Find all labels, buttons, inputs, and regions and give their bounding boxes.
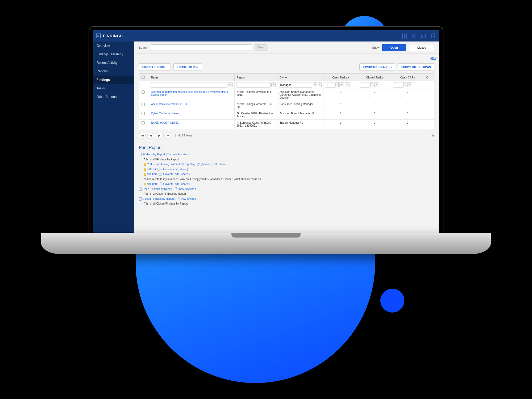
page-first[interactable]: ⏮ bbox=[139, 132, 146, 139]
child-actions[interactable]: ( favorite, edit , share ) bbox=[161, 168, 188, 171]
sidebar-item-reports[interactable]: Reports bbox=[93, 67, 134, 76]
child-report-link[interactable]: FDICIA bbox=[147, 168, 156, 171]
sidebar-item-recent[interactable]: Recent Activity bbox=[93, 59, 134, 67]
export-excel-button[interactable]: EXPORT TO EXCEL bbox=[139, 63, 171, 71]
opencaps-stepper[interactable]: ▴▾ bbox=[403, 82, 406, 87]
filter-opentasks-op[interactable]: ≡ bbox=[339, 82, 344, 87]
page-range: 1 - 4 of 4 items bbox=[174, 134, 192, 137]
cell-owner: Assistant Branch Manager #1 bbox=[277, 110, 323, 120]
laptop-notch bbox=[231, 233, 301, 238]
external-icon[interactable] bbox=[157, 168, 160, 171]
external-icon[interactable] bbox=[159, 173, 161, 176]
table-row: A formal authorization process does not … bbox=[139, 89, 434, 101]
doc-icon bbox=[139, 153, 142, 156]
note-icon bbox=[144, 168, 146, 171]
row-checkbox[interactable] bbox=[142, 103, 145, 106]
filter-closedtasks[interactable] bbox=[360, 82, 371, 88]
cell-closed: 0 bbox=[358, 89, 391, 101]
columns-button[interactable]: SHOW/HIDE COLUMNS bbox=[398, 63, 434, 71]
child-report-link[interactable]: 2nd Report testing custom field reportin… bbox=[147, 163, 195, 166]
finding-link[interactable]: NAME YOUR FINDING bbox=[151, 121, 179, 124]
filter-report[interactable] bbox=[236, 82, 271, 88]
finding-link[interactable]: A formal authorization process does not … bbox=[151, 90, 228, 96]
sidebar-item-tasks[interactable]: Tasks bbox=[93, 84, 134, 93]
chart-icon[interactable] bbox=[421, 33, 426, 39]
sidebar-item-overview[interactable]: Overview bbox=[93, 41, 134, 50]
report-actions[interactable]: ( new, favorite ) bbox=[179, 197, 197, 200]
bg-circle-3 bbox=[380, 289, 404, 313]
filter-opentasks-clear[interactable]: × bbox=[345, 82, 350, 87]
cell-owner: Branch Manager #1 bbox=[277, 120, 323, 129]
sidebar-item-other[interactable]: Other Reports bbox=[93, 93, 134, 101]
report-actions[interactable]: ( new, favorite ) bbox=[178, 188, 196, 190]
filter-opentasks[interactable] bbox=[325, 82, 336, 88]
filter-closedtasks-op[interactable]: ≡ bbox=[374, 82, 379, 87]
brand-title: FINDINGS bbox=[103, 34, 123, 38]
laptop-screen: N FINDINGS Overview Findings Hierarchy R… bbox=[89, 27, 443, 237]
child-actions[interactable]: ( favorite, edit , share ) bbox=[201, 163, 227, 166]
external-icon[interactable] bbox=[174, 188, 176, 190]
col-opencaps[interactable]: Open CAPs bbox=[391, 74, 424, 81]
tab-closed[interactable]: Closed bbox=[409, 44, 434, 51]
cell-caps: 0 bbox=[391, 101, 424, 110]
sidebar-item-hierarchy[interactable]: Findings Hierarchy bbox=[93, 50, 134, 59]
report-link[interactable]: Closed Findings by Report bbox=[143, 197, 174, 200]
child-actions[interactable]: ( favorite, edit , share ) bbox=[163, 173, 190, 176]
doc-icon[interactable] bbox=[430, 33, 436, 39]
report-link[interactable]: Open Findings by Report bbox=[143, 188, 172, 190]
clear-button[interactable]: Clear bbox=[255, 44, 267, 51]
col-name[interactable]: Name bbox=[149, 74, 234, 81]
page-next[interactable]: ▶ bbox=[156, 132, 163, 139]
sidebar-item-findings[interactable]: Findings bbox=[93, 76, 134, 84]
filter-owner-clear[interactable]: × bbox=[318, 82, 322, 87]
col-last[interactable]: C bbox=[424, 74, 434, 81]
child-report-link[interactable]: title here bbox=[147, 182, 157, 185]
external-icon[interactable] bbox=[167, 153, 169, 156]
play-icon[interactable] bbox=[411, 33, 417, 39]
child-report-link[interactable]: title here bbox=[147, 173, 157, 176]
page-last[interactable]: ⏭ bbox=[164, 132, 171, 139]
filter-opencaps-op[interactable]: ≡ bbox=[407, 82, 412, 87]
col-opentasks[interactable]: Open Tasks ▾ bbox=[323, 74, 358, 81]
filter-owner-op[interactable]: ≡ bbox=[313, 82, 317, 87]
col-report[interactable]: Report bbox=[234, 74, 277, 81]
export-csv-button[interactable]: EXPORT TO CSV bbox=[173, 63, 202, 71]
child-actions[interactable]: ( favorite, edit , share ) bbox=[163, 182, 190, 185]
table-row: Cyber Monitoring issues 4th Quarter 2018… bbox=[139, 110, 434, 120]
filter-opencaps[interactable] bbox=[393, 82, 404, 88]
finding-link[interactable]: Cyber Monitoring issues bbox=[151, 112, 180, 115]
col-closedtasks[interactable]: Closed Tasks bbox=[358, 74, 391, 81]
search-input[interactable] bbox=[151, 44, 252, 51]
doc-icon bbox=[139, 197, 142, 201]
col-owner[interactable]: Owner bbox=[277, 74, 323, 81]
external-icon[interactable] bbox=[176, 198, 178, 200]
cell-open: 1 bbox=[323, 120, 358, 129]
external-icon[interactable] bbox=[197, 163, 199, 166]
tab-open[interactable]: Open bbox=[382, 44, 406, 51]
finding-link[interactable]: Account takeover fraud- EFT's bbox=[151, 103, 187, 106]
external-icon[interactable] bbox=[159, 183, 161, 185]
report-link[interactable]: Findings by Report bbox=[143, 153, 165, 156]
page-prev[interactable]: ◀ bbox=[147, 132, 154, 139]
report-desc: A list of all Findings by Report bbox=[144, 157, 434, 162]
closedtasks-stepper[interactable]: ▴▾ bbox=[370, 82, 373, 87]
row-checkbox[interactable] bbox=[142, 121, 145, 124]
table-row: Account takeover fraud- EFT's Nrisks Fin… bbox=[139, 101, 434, 110]
favorite-button[interactable]: FAVORITE: DEFAULT ▾ bbox=[359, 63, 395, 71]
filter-name[interactable] bbox=[151, 82, 227, 88]
search-label: Search bbox=[139, 46, 148, 49]
select-all-checkbox[interactable] bbox=[142, 76, 145, 79]
findings-table: Name Report Owner Open Tasks ▾ Closed Ta… bbox=[139, 73, 434, 129]
new-button[interactable]: NEW bbox=[427, 55, 439, 62]
filter-owner[interactable] bbox=[279, 82, 313, 88]
apps-icon[interactable] bbox=[401, 33, 407, 39]
filter-report-op[interactable]: ≡ bbox=[271, 82, 276, 87]
cell-closed: 0 bbox=[358, 101, 391, 110]
filter-name-op[interactable]: ≡ bbox=[228, 82, 233, 87]
row-checkbox[interactable] bbox=[142, 112, 145, 115]
opentasks-stepper[interactable]: ▴▾ bbox=[335, 82, 339, 87]
cell-report: 4th Quarter 2018 - Penetration Testing bbox=[234, 110, 277, 120]
row-checkbox[interactable] bbox=[142, 90, 145, 94]
pager: ⏮ ◀ ▶ ⏭ 1 - 4 of 4 items ite bbox=[134, 129, 439, 142]
report-actions[interactable]: ( new, favorite ) bbox=[171, 153, 189, 156]
